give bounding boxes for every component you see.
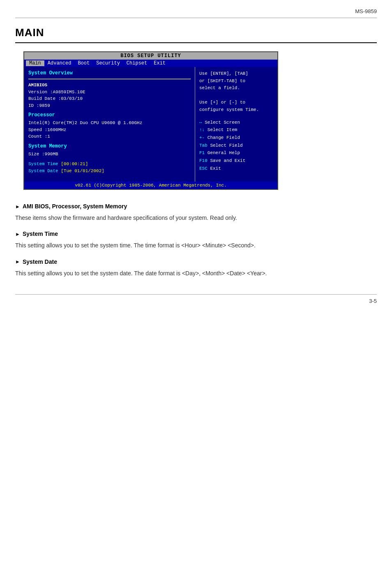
bios-menu-advanced[interactable]: Advanced [44,60,75,66]
bios-menu-main[interactable]: Main [26,60,44,66]
bios-menu-boot[interactable]: Boot [74,60,93,66]
bios-id: ID :9859 [28,102,191,109]
bios-key-select-item: ↑↓ Select Item [199,126,273,134]
desc-ami-bios-heading: ► AMI BIOS, Processor, System Memory [15,202,377,211]
page-number: 3-5 [15,294,377,304]
bios-key-general-help: F1 General Help [199,149,273,157]
bios-menu-exit[interactable]: Exit [150,60,169,66]
desc-ami-bios-text: These items show the firmware and hardwa… [15,213,377,222]
bios-key-select-field: Tab Select Field [199,142,273,150]
bios-menu-chipset[interactable]: Chipset [123,60,150,66]
arrow-icon-1: ► [15,203,20,210]
bios-right-panel: Use [ENTER], [TAB] or [SHIFT-TAB] to sel… [195,67,277,182]
bios-speed: Speed :1600MHz [28,127,191,134]
bios-system-time-row[interactable]: System Time [00:00:21] [28,161,191,168]
bios-content: System Overview AMIBIOS Version :A9859IM… [24,67,277,182]
page-container: MS-9859 MAIN BIOS SETUP UTILITY Main Adv… [15,0,377,312]
bios-divider-1 [28,78,191,79]
desc-system-date: ► System Date This setting allows you to… [15,258,377,278]
arrow-icon-2: ► [15,231,20,238]
bios-section-overview: System Overview [28,70,191,76]
title-divider [15,42,377,43]
page-title: MAIN [15,26,377,39]
bios-title-bar: BIOS SETUP UTILITY [24,52,277,60]
bios-amibios-label: AMIBIOS [28,82,191,89]
bios-system-date-row[interactable]: System Date [Tue 01/01/2002] [28,168,191,175]
model-number: MS-9859 [15,8,377,18]
desc-system-date-text: This setting allows you to set the syste… [15,269,377,278]
bios-key-select-screen: ↔ Select Screen [199,119,273,127]
model-text: MS-9859 [355,8,377,14]
bios-footer: v02.61 (C)Copyright 1985-2006, American … [24,182,277,189]
desc-system-date-heading: ► System Date [15,258,377,266]
bios-help-text: Use [ENTER], [TAB] or [SHIFT-TAB] to sel… [199,70,273,114]
bios-key-save-exit: F10 Save and Exit [199,157,273,165]
desc-system-time-text: This setting allows you to set the syste… [15,241,377,250]
bios-version: Version :A9859IMS.10E [28,89,191,96]
bios-left-panel: System Overview AMIBIOS Version :A9859IM… [24,67,195,182]
bios-title-text: BIOS SETUP UTILITY [120,53,181,59]
arrow-icon-3: ► [15,258,20,265]
bios-key-list: ↔ Select Screen ↑↓ Select Item +- Change… [199,119,273,173]
bios-key-change-field: +- Change Field [199,134,273,142]
bios-section-memory: System Memory [28,143,191,149]
bios-screenshot: BIOS SETUP UTILITY Main Advanced Boot Se… [23,51,278,190]
desc-ami-bios: ► AMI BIOS, Processor, System Memory The… [15,202,377,222]
desc-system-time-heading: ► System Time [15,230,377,238]
desc-system-time: ► System Time This setting allows you to… [15,230,377,250]
bios-section-processor: Processor [28,112,191,118]
bios-menu-security[interactable]: Security [93,60,123,66]
bios-size: Size :990MB [28,151,191,158]
bios-build-date: Build Date :03/03/10 [28,95,191,102]
bios-key-esc: ESC Exit [199,165,273,173]
bios-menu-bar[interactable]: Main Advanced Boot Security Chipset Exit [24,60,277,67]
bios-count: Count :1 [28,133,191,140]
bios-processor-value: Intel(R) Core(TM)2 Duo CPU U9600 @ 1.60G… [28,120,191,127]
